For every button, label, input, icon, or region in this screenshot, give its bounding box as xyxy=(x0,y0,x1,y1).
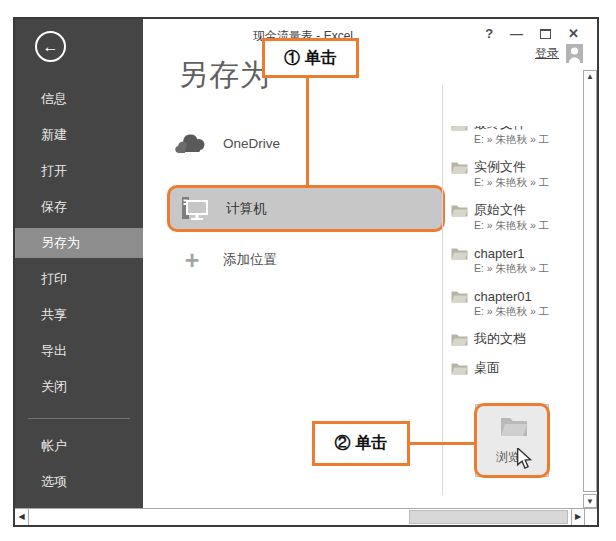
sidebar-item-label: 打开 xyxy=(41,163,67,178)
maximize-icon[interactable] xyxy=(540,29,551,39)
sidebar-item[interactable]: 选项 xyxy=(15,467,143,497)
sidebar-item-label: 保存 xyxy=(41,199,67,214)
folder-icon xyxy=(451,161,468,174)
sidebar-item[interactable]: 帐户 xyxy=(15,431,143,461)
folder-path: E: » 朱艳秋 » 工 xyxy=(474,261,583,275)
browse-highlight-outline xyxy=(474,403,550,478)
folder-path: E: » 朱艳秋 » 工 xyxy=(474,218,583,232)
folder-list-item[interactable]: 桌面 xyxy=(451,360,583,376)
sidebar-item[interactable]: 共享 xyxy=(15,300,143,330)
horizontal-scroll-track[interactable] xyxy=(29,509,571,525)
scrollbar-corner-gap xyxy=(585,509,597,525)
window-content: ← 信息 新建 打开 保存 另存为 打印 xyxy=(15,19,597,508)
folder-list-item[interactable]: 最终文件 E: » 朱艳秋 » 工 xyxy=(451,126,583,146)
backstage-sidebar: ← 信息 新建 打开 保存 另存为 打印 xyxy=(15,19,143,508)
folder-name: chapter1 xyxy=(474,246,525,261)
sidebar-menu: 信息 新建 打开 保存 另存为 打印 共享 xyxy=(15,84,143,503)
sidebar-item[interactable]: 信息 xyxy=(15,84,143,114)
excel-backstage-window: ← 信息 新建 打开 保存 另存为 打印 xyxy=(13,17,599,527)
scroll-right-icon[interactable]: ▶ xyxy=(571,509,585,525)
sidebar-item-label: 帐户 xyxy=(41,438,67,453)
place-label: 计算机 xyxy=(226,200,267,218)
sidebar-item-label: 打印 xyxy=(41,271,67,286)
sidebar-item[interactable]: 导出 xyxy=(15,336,143,366)
window-controls: ? — ✕ xyxy=(485,27,579,41)
callout-step2-label: ② 单击 xyxy=(335,433,387,454)
folder-icon xyxy=(451,333,468,346)
folder-icon xyxy=(451,126,468,131)
folder-path: E: » 朱艳秋 » 工 xyxy=(474,132,583,146)
back-icon: ← xyxy=(43,38,59,55)
scroll-left-icon[interactable]: ◀ xyxy=(15,509,29,525)
folder-path: E: » 朱艳秋 » 工 xyxy=(474,304,583,318)
sidebar-item[interactable]: 打印 xyxy=(15,264,143,294)
sidebar-item-label: 另存为 xyxy=(41,235,80,250)
folder-icon xyxy=(451,362,468,375)
scroll-up-icon[interactable]: ▲ xyxy=(584,72,596,81)
place-computer[interactable]: 计算机 xyxy=(167,185,445,232)
place-label: 添加位置 xyxy=(223,251,277,269)
recent-folders-list: 最终文件 E: » 朱艳秋 » 工 实例文件 E: xyxy=(451,126,583,416)
sidebar-item-label: 选项 xyxy=(41,474,67,489)
folder-list-item[interactable]: 实例文件 E: » 朱艳秋 » 工 xyxy=(451,159,583,189)
computer-icon xyxy=(178,196,212,221)
sidebar-item-label: 导出 xyxy=(41,343,67,358)
sidebar-item-label: 共享 xyxy=(41,307,67,322)
close-icon[interactable]: ✕ xyxy=(568,27,579,41)
plus-icon: + xyxy=(175,246,209,275)
callout-step1-label: ① 单击 xyxy=(284,48,336,69)
help-icon[interactable]: ? xyxy=(485,27,493,41)
sidebar-item-label: 信息 xyxy=(41,91,67,106)
main-panel: 现金流量表 - Excel ? — ✕ 登录 另存为 xyxy=(143,19,597,508)
sidebar-item[interactable]: 保存 xyxy=(15,192,143,222)
horizontal-scroll-thumb[interactable] xyxy=(409,510,568,524)
folder-list-item[interactable]: chapter1 E: » 朱艳秋 » 工 xyxy=(451,245,583,275)
minimize-icon[interactable]: — xyxy=(510,27,523,41)
sidebar-item-label: 新建 xyxy=(41,127,67,142)
page-title: 另存为 xyxy=(178,55,271,96)
folder-name: 原始文件 xyxy=(474,201,526,219)
callout-step2-connector xyxy=(410,442,475,445)
sidebar-item[interactable]: 另存为 xyxy=(15,228,143,258)
browse-button[interactable]: 浏览 xyxy=(475,404,549,477)
folder-path: E: » 朱艳秋 » 工 xyxy=(474,175,583,189)
folder-list-item[interactable]: 原始文件 E: » 朱艳秋 » 工 xyxy=(451,202,583,232)
back-button[interactable]: ← xyxy=(35,31,66,62)
sign-in-area: 登录 xyxy=(535,44,583,63)
sidebar-item[interactable]: 关闭 xyxy=(15,372,143,402)
sidebar-item[interactable]: 打开 xyxy=(15,156,143,186)
onedrive-cloud-icon xyxy=(175,133,209,154)
folder-icon xyxy=(451,204,468,217)
folder-icon xyxy=(451,290,468,303)
place-label: OneDrive xyxy=(223,136,280,151)
user-avatar-icon[interactable] xyxy=(566,44,583,63)
folder-list-item[interactable]: 我的文档 xyxy=(451,331,583,347)
sidebar-item[interactable]: 新建 xyxy=(15,120,143,150)
horizontal-scrollbar[interactable]: ◀ ▶ xyxy=(15,508,597,525)
folder-name: 桌面 xyxy=(474,359,500,377)
callout-step2: ② 单击 xyxy=(312,421,410,466)
vertical-scrollbar[interactable]: ▲ xyxy=(583,70,597,492)
folder-list-item[interactable]: chapter01 E: » 朱艳秋 » 工 xyxy=(451,288,583,318)
panel-divider xyxy=(442,85,443,495)
browse-folder-icon xyxy=(500,416,528,437)
sign-in-link[interactable]: 登录 xyxy=(535,45,559,62)
place-add-a-place[interactable]: + 添加位置 xyxy=(167,243,445,277)
screenshot-stage: ← 信息 新建 打开 保存 另存为 打印 xyxy=(0,0,616,541)
sidebar-divider xyxy=(28,418,130,419)
folder-name: 我的文档 xyxy=(474,330,526,348)
callout-step1: ① 单击 xyxy=(262,38,359,78)
sidebar-item-label: 关闭 xyxy=(41,379,67,394)
folder-icon xyxy=(451,247,468,260)
scroll-down-icon[interactable]: ▼ xyxy=(583,494,597,508)
folder-name: 实例文件 xyxy=(474,158,526,176)
mouse-cursor-icon xyxy=(516,448,533,470)
folder-name: chapter01 xyxy=(474,289,532,304)
callout-step1-connector xyxy=(306,78,309,185)
